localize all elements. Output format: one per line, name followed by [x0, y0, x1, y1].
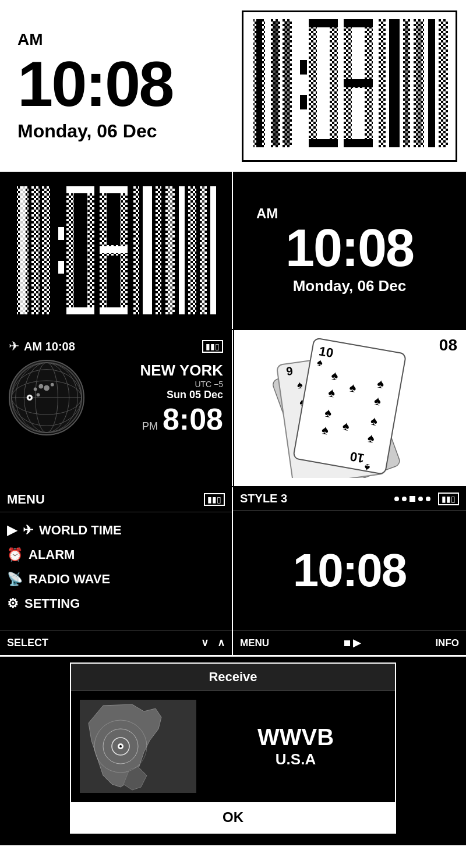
receive-map	[80, 700, 196, 793]
svg-point-79	[29, 396, 31, 399]
world-time-row: PM 8:08	[93, 404, 223, 434]
svg-rect-10	[300, 95, 307, 109]
dot-1	[394, 497, 399, 501]
world-section: ✈ AM 10:08 ▮▮▯	[0, 329, 466, 486]
svg-rect-9	[300, 60, 307, 75]
style-panel: STYLE 3 ▮▮▯ 10:08 MENU ▶ INFO	[233, 487, 466, 655]
menu-world-time-label: WORLD TIME	[39, 523, 122, 538]
svg-rect-37	[20, 186, 26, 314]
dot-4	[426, 497, 430, 501]
menu-panel: MENU ▮▮▯ ▶ ✈ WORLD TIME ⏰ ALARM 📡 RADIO …	[0, 487, 233, 655]
menu-setting-label: SETTING	[24, 596, 80, 611]
svg-rect-28	[405, 21, 408, 146]
top-date-display: Monday, 06 Dec	[17, 121, 216, 142]
svg-rect-60	[168, 186, 172, 314]
menu-radio-label: RADIO WAVE	[29, 572, 110, 587]
receive-ok-button[interactable]: OK	[71, 802, 395, 832]
svg-rect-13	[309, 19, 317, 147]
top-am-label: AM	[17, 30, 216, 49]
svg-point-76	[51, 383, 54, 387]
style-footer-icons: ▶	[344, 637, 361, 649]
bottom-section: Receive WWVB U.S.A	[0, 655, 466, 845]
svg-point-73	[34, 388, 37, 391]
world-date: Sun 05 Dec	[93, 389, 223, 401]
style-menu-button[interactable]: MENU	[240, 637, 269, 649]
style-info-button[interactable]: INFO	[435, 637, 459, 649]
world-city: NEW YORK	[93, 362, 223, 380]
mid-section: AM 10:08 Monday, 06 Dec	[0, 172, 466, 329]
svg-rect-57	[143, 186, 152, 314]
world-header-left: ✈ AM 10:08	[9, 339, 75, 354]
world-pm-label: PM	[142, 420, 158, 433]
style-header: STYLE 3 ▮▮▯	[233, 487, 466, 511]
menu-item-radio[interactable]: 📡 RADIO WAVE	[7, 567, 225, 591]
svg-point-111	[119, 745, 122, 747]
radio-icon: 📡	[7, 572, 23, 587]
svg-rect-58	[156, 186, 161, 314]
top-section: AM 10:08 Monday, 06 Dec	[0, 0, 466, 172]
svg-rect-14	[330, 19, 338, 147]
menu-item-alarm[interactable]: ⏰ ALARM	[7, 543, 225, 567]
svg-rect-23	[344, 79, 373, 87]
style-title: STYLE 3	[240, 492, 287, 505]
svg-rect-38	[31, 186, 40, 314]
top-right-pixel-display	[233, 0, 466, 172]
play-icon: ▶	[7, 523, 17, 538]
svg-point-75	[44, 385, 50, 391]
alarm-icon: ⏰	[7, 547, 23, 562]
style-dots: ▮▮▯	[394, 493, 459, 505]
select-label: SELECT	[7, 637, 48, 649]
style-square-icon	[344, 640, 350, 646]
svg-text:10: 10	[348, 449, 365, 466]
svg-rect-24	[344, 139, 373, 147]
receive-station: WWVB	[257, 724, 334, 750]
style-next-icon[interactable]: ▶	[353, 637, 361, 649]
menu-section: MENU ▮▮▯ ▶ ✈ WORLD TIME ⏰ ALARM 📡 RADIO …	[0, 486, 466, 655]
menu-item-setting[interactable]: ⚙ SETTING	[7, 591, 225, 616]
world-utc: UTC −5	[93, 380, 223, 389]
svg-rect-15	[309, 19, 338, 27]
arrow-down-button[interactable]: ∨	[201, 636, 209, 649]
world-time-panel: ✈ AM 10:08 ▮▮▯	[0, 330, 233, 486]
plane-icon-menu: ✈	[23, 523, 33, 538]
world-time-value: 8:08	[163, 404, 223, 434]
menu-footer: SELECT ∨ ∧	[0, 630, 232, 655]
svg-rect-44	[66, 186, 74, 314]
menu-item-world-time[interactable]: ▶ ✈ WORLD TIME	[7, 518, 225, 543]
svg-point-77	[37, 393, 40, 396]
arrow-up-button[interactable]: ∧	[217, 636, 225, 649]
top-time-display: 10:08	[17, 52, 216, 116]
mid-right-clock-panel: AM 10:08 Monday, 06 Dec	[233, 172, 466, 329]
svg-rect-41	[58, 261, 64, 274]
mid-am-label: AM	[256, 206, 278, 222]
svg-rect-47	[66, 307, 94, 314]
svg-rect-4	[256, 19, 262, 147]
mid-time-display: 10:08	[285, 222, 414, 274]
pixel-clock-display	[242, 10, 457, 162]
svg-rect-31	[428, 19, 435, 147]
world-header: ✈ AM 10:08 ▮▮▯	[9, 339, 223, 354]
svg-rect-53	[100, 186, 128, 193]
svg-rect-8	[284, 21, 290, 146]
cards-panel: 08 ♠ 9 9 ♠ ♠ ♠	[233, 330, 466, 486]
dot-2	[402, 497, 407, 501]
receive-container: Receive WWVB U.S.A	[70, 662, 396, 834]
svg-rect-25	[379, 19, 386, 147]
dot-square	[409, 496, 415, 502]
receive-body: WWVB U.S.A	[71, 691, 395, 802]
world-info: NEW YORK UTC −5 Sun 05 Dec PM 8:08	[84, 362, 223, 434]
world-am-time: AM 10:08	[24, 340, 75, 353]
menu-alarm-label: ALARM	[29, 547, 75, 562]
svg-rect-62	[188, 186, 196, 314]
plane-icon: ✈	[9, 339, 19, 354]
menu-arrows: ∨ ∧	[201, 636, 225, 649]
cards-number: 08	[439, 336, 457, 355]
setting-icon: ⚙	[7, 596, 19, 611]
svg-rect-61	[179, 186, 185, 314]
svg-rect-22	[344, 19, 373, 27]
menu-battery-icon: ▮▮▯	[204, 493, 225, 506]
svg-rect-54	[100, 246, 128, 253]
dot-3	[418, 497, 423, 501]
cards-visual: ♠ 9 9 ♠ ♠ ♠ ♠ ♠ 10 ♠ ♠	[240, 336, 457, 480]
receive-header: Receive	[71, 664, 395, 691]
